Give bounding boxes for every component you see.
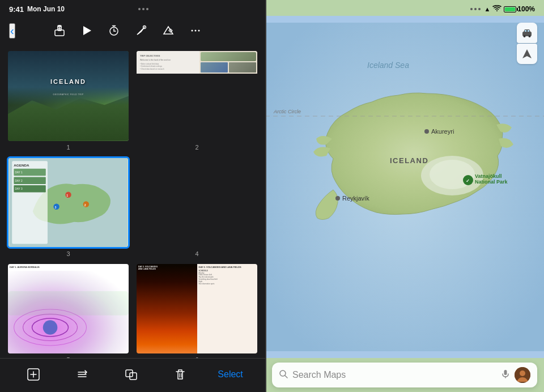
- mic-icon[interactable]: [501, 369, 510, 381]
- slide-number: 3: [7, 250, 130, 257]
- svg-point-50: [529, 35, 531, 37]
- svg-text:Akureyri: Akureyri: [431, 128, 454, 135]
- toolbar-center: [52, 23, 203, 39]
- battery-percent: 100%: [517, 5, 535, 13]
- draw-button[interactable]: [133, 23, 149, 39]
- keynote-toolbar: ‹: [0, 16, 265, 45]
- more-button[interactable]: [188, 23, 203, 39]
- search-maps-input[interactable]: Search Maps: [292, 370, 496, 380]
- shapes-button[interactable]: [160, 23, 176, 39]
- slide-item-selected[interactable]: AGENDA DAY 1 DAY 2 DAY 3 1 2: [7, 156, 130, 257]
- status-dots: [138, 8, 148, 10]
- maps-search-bar[interactable]: Search Maps: [272, 363, 537, 387]
- svg-text:AGENDA: AGENDA: [14, 163, 29, 167]
- svg-text:ICELAND: ICELAND: [390, 156, 428, 165]
- svg-rect-30: [126, 370, 133, 377]
- svg-line-55: [285, 376, 287, 378]
- svg-rect-31: [130, 373, 137, 380]
- svg-text:National Park: National Park: [475, 179, 508, 185]
- svg-point-7: [198, 30, 200, 32]
- svg-text:DAY 3: DAY 3: [15, 188, 23, 190]
- svg-point-27: [43, 320, 58, 335]
- svg-text:Iceland Sea: Iceland Sea: [367, 61, 409, 70]
- svg-point-42: [335, 196, 340, 201]
- status-indicators: ▲ 100%: [484, 5, 535, 14]
- slide-item[interactable]: TRIP OBJECTIVES Welcome to the land of f…: [135, 50, 258, 151]
- signal-icon: ▲: [484, 6, 490, 12]
- search-icon: [279, 369, 288, 381]
- svg-marker-2: [83, 26, 91, 35]
- svg-point-6: [195, 30, 197, 32]
- status-date: Mon Jun 10: [27, 5, 65, 13]
- svg-text:3: 3: [54, 206, 56, 209]
- user-avatar[interactable]: [515, 367, 530, 383]
- svg-point-59: [520, 370, 525, 376]
- svg-text:DAY 2: DAY 2: [15, 180, 23, 182]
- svg-text:✓: ✓: [466, 178, 470, 184]
- slides-container[interactable]: ICELAND GEOGRAPHIC FIELD TRIP 1 TRIP OBJ…: [0, 45, 265, 358]
- status-time: 9:41: [9, 5, 24, 14]
- location-button[interactable]: [517, 44, 537, 64]
- svg-point-40: [424, 129, 429, 134]
- svg-marker-53: [522, 49, 532, 58]
- bottom-toolbar: Select: [0, 358, 265, 392]
- svg-text:Vatnajökull: Vatnajökull: [475, 173, 502, 179]
- slide-item[interactable]: ICELAND GEOGRAPHIC FIELD TRIP 1: [7, 50, 130, 151]
- play-button[interactable]: [79, 23, 95, 39]
- slide-number: 1: [7, 144, 130, 151]
- slide-number: 6: [135, 356, 258, 358]
- svg-text:Arctic Circle: Arctic Circle: [273, 109, 301, 114]
- sort-button[interactable]: [71, 368, 94, 381]
- back-button[interactable]: ‹: [9, 23, 15, 39]
- maps-panel: ▲ 100%: [265, 0, 544, 392]
- delete-button[interactable]: [169, 368, 192, 381]
- slide-item[interactable]: DAY 2. VOLCANOESAND LAVA FIELDS DAY 2. V…: [135, 263, 258, 359]
- share-button[interactable]: [52, 23, 67, 39]
- slide-number: 2: [135, 144, 258, 151]
- svg-text:DAY 1: DAY 1: [15, 171, 23, 174]
- svg-text:Reykjavík: Reykjavík: [342, 195, 369, 202]
- svg-rect-28: [8, 291, 129, 316]
- svg-rect-56: [504, 370, 507, 375]
- svg-text:2: 2: [84, 203, 86, 206]
- map-buttons: [517, 23, 537, 64]
- search-right-icons: [501, 367, 530, 383]
- toolbar-left: ‹: [9, 23, 15, 39]
- maps-status-dots: [470, 8, 481, 10]
- svg-point-49: [524, 35, 526, 37]
- slide-number: 4: [135, 250, 258, 257]
- add-slide-button[interactable]: [22, 368, 45, 381]
- group-button[interactable]: [120, 368, 143, 381]
- maps-status-bar: ▲ 100%: [265, 0, 544, 16]
- battery-indicator: 100%: [504, 5, 535, 13]
- svg-rect-52: [528, 30, 529, 32]
- timer-button[interactable]: [106, 23, 122, 39]
- map-svg: Arctic Circle Iceland Sea ICELAND Akurey…: [265, 16, 544, 358]
- map-area[interactable]: Arctic Circle Iceland Sea ICELAND Akurey…: [265, 16, 544, 358]
- transport-mode-button[interactable]: [517, 23, 537, 43]
- status-bar: 9:41 Mon Jun 10: [0, 0, 265, 16]
- svg-text:1: 1: [66, 194, 68, 197]
- slide-item[interactable]: DAY 1. AURORA BOREALIS SCHEDULE Morning …: [135, 156, 258, 257]
- select-button[interactable]: Select: [218, 369, 243, 380]
- svg-point-5: [192, 30, 193, 32]
- slides-grid: ICELAND GEOGRAPHIC FIELD TRIP 1 TRIP OBJ…: [7, 50, 258, 358]
- slide-item[interactable]: DAY 1. AURORA BOREALIS: [7, 263, 130, 359]
- keynote-panel: 9:41 Mon Jun 10 ‹: [0, 0, 265, 392]
- panel-divider: [265, 0, 266, 392]
- wifi-icon: [492, 5, 502, 14]
- svg-rect-51: [525, 30, 526, 32]
- slide-number: 5: [7, 356, 130, 358]
